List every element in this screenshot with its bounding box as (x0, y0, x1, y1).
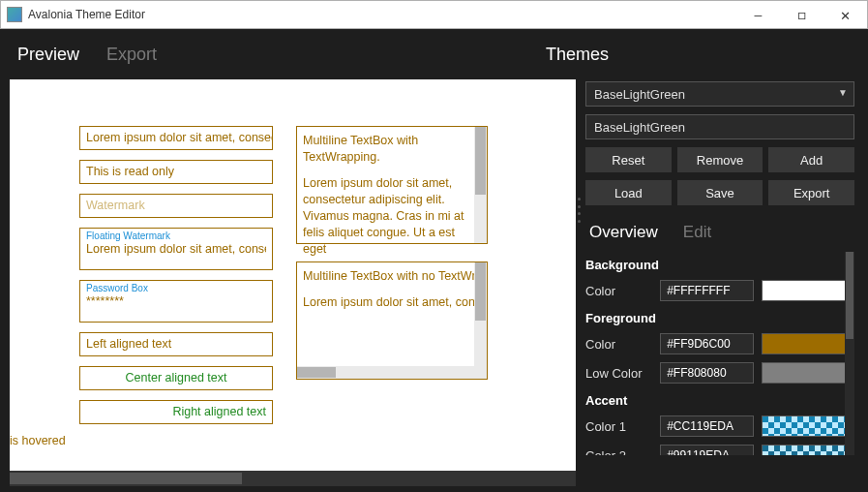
export-button[interactable]: Export (768, 180, 854, 205)
textbox-readonly[interactable]: This is read only (79, 160, 273, 184)
prop-fg-color: Color #FF9D6C00 (585, 329, 854, 358)
splitter-grip[interactable] (576, 196, 582, 225)
scrollbar-horizontal[interactable] (297, 366, 474, 379)
maximize-button[interactable]: ◻ (780, 1, 823, 28)
theme-select[interactable]: BaseLightGreen ▼ (585, 81, 854, 107)
password-label: Password Box (86, 283, 266, 294)
multiline-wrap-line1: Multiline TextBox with TextWrapping. (303, 133, 473, 166)
watermark-text: Watermark (86, 199, 145, 212)
prop-label: Color 1 (585, 419, 652, 434)
main-tabs: Preview Export (17, 45, 157, 65)
color-input[interactable]: #CC119EDA (660, 415, 754, 437)
textbox-watermark[interactable]: Watermark (79, 194, 273, 218)
multiline-wrap-line2: Lorem ipsum dolor sit amet, consectetur … (303, 175, 473, 258)
prop-accent-2: Color 2 #99119EDA (585, 441, 854, 455)
prop-label: Color (585, 337, 652, 352)
prop-fg-lowcolor: Low Color #FF808080 (585, 358, 854, 387)
prop-label: Low Color (585, 366, 652, 381)
hover-status: is hovered (10, 434, 66, 447)
textbox-left[interactable]: Left aligned text (79, 332, 273, 356)
theme-name-value: BaseLightGreen (594, 120, 685, 135)
prop-label: Color 2 (585, 448, 652, 456)
section-foreground: Foreground (585, 311, 854, 325)
multiline-nowrap[interactable]: Multiline TextBox with no TextWrapp Lore… (296, 261, 488, 380)
prop-accent-1: Color 1 #CC119EDA (585, 412, 854, 441)
color-input[interactable]: #FF808080 (660, 362, 754, 384)
themes-heading: Themes (546, 45, 609, 65)
textbox-center[interactable]: Center aligned text (79, 366, 273, 390)
close-button[interactable]: ✕ (823, 1, 867, 28)
properties-scrollbar[interactable] (845, 252, 854, 455)
color-swatch[interactable] (762, 415, 854, 437)
minimize-button[interactable]: — (736, 1, 780, 28)
color-swatch[interactable] (762, 280, 854, 301)
theme-name-input[interactable]: BaseLightGreen (585, 114, 854, 139)
topbar: Preview Export Themes (0, 29, 868, 79)
window-title: Avalonia Theme Editor (28, 8, 736, 21)
color-swatch[interactable] (762, 445, 854, 455)
tab-overview[interactable]: Overview (589, 223, 658, 242)
preview-hscroll[interactable] (10, 471, 576, 486)
color-swatch[interactable] (762, 333, 854, 354)
properties-panel: Background Color #FFFFFFFF Foreground Co… (585, 252, 854, 455)
load-button[interactable]: Load (585, 180, 672, 205)
textbox-sample[interactable]: Lorem ipsum dolor sit amet, consect (79, 126, 273, 150)
app-icon (7, 7, 22, 22)
detail-tabs: Overview Edit (585, 223, 854, 242)
floating-value: Lorem ipsum dolor sit amet, consect (86, 242, 266, 256)
right-panel: BaseLightGreen ▼ BaseLightGreen Reset Re… (576, 79, 868, 492)
multiline-nowrap-line1: Multiline TextBox with no TextWrapp (303, 268, 473, 285)
color-input[interactable]: #FF9D6C00 (660, 333, 754, 354)
color-input[interactable]: #99119EDA (660, 445, 754, 455)
chevron-down-icon: ▼ (838, 87, 848, 98)
preview-pane: Lorem ipsum dolor sit amet, consect This… (0, 79, 576, 492)
remove-button[interactable]: Remove (677, 147, 763, 172)
multiline-wrap[interactable]: Multiline TextBox with TextWrapping. Lor… (296, 126, 488, 244)
reset-button[interactable]: Reset (585, 147, 672, 172)
multiline-nowrap-line2: Lorem ipsum dolor sit amet, consect (303, 294, 473, 311)
tab-edit[interactable]: Edit (683, 223, 711, 242)
section-accent: Accent (585, 393, 854, 408)
color-swatch[interactable] (762, 362, 854, 384)
save-button[interactable]: Save (677, 180, 763, 205)
window-titlebar: Avalonia Theme Editor — ◻ ✕ (0, 0, 868, 29)
preview-canvas: Lorem ipsum dolor sit amet, consect This… (10, 79, 576, 471)
scrollbar-vertical[interactable] (474, 262, 487, 379)
floating-label: Floating Watermark (86, 231, 266, 242)
prop-bg-color: Color #FFFFFFFF (585, 276, 854, 305)
scrollbar-vertical[interactable] (474, 127, 487, 243)
textbox-floating[interactable]: Floating Watermark Lorem ipsum dolor sit… (79, 228, 273, 270)
theme-select-value: BaseLightGreen (594, 87, 685, 102)
section-background: Background (585, 258, 854, 272)
password-value: ******** (86, 294, 266, 308)
tab-preview[interactable]: Preview (17, 45, 79, 65)
password-box[interactable]: Password Box ******** (79, 280, 273, 323)
tab-export[interactable]: Export (106, 45, 157, 65)
color-input[interactable]: #FFFFFFFF (660, 280, 754, 301)
add-button[interactable]: Add (768, 147, 854, 172)
textbox-right[interactable]: Right aligned text (79, 400, 273, 424)
prop-label: Color (585, 284, 652, 298)
app-root: Preview Export Themes Lorem ipsum dolor … (0, 29, 868, 492)
